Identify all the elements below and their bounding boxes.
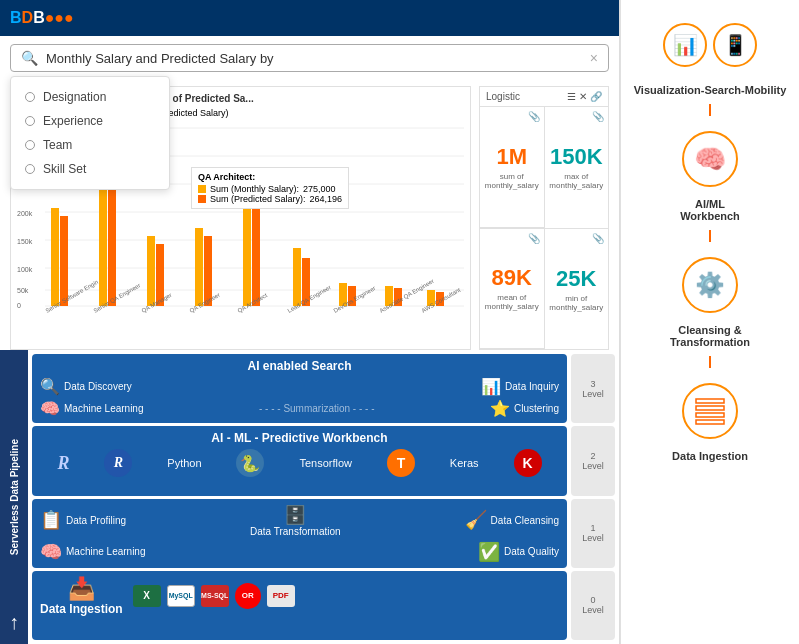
pin-icon-2: 📎 xyxy=(592,111,604,122)
viz-icon-left: 📊 xyxy=(663,23,707,67)
svg-rect-44 xyxy=(696,406,724,410)
viz-icon-right: 📱 xyxy=(713,23,757,67)
dropdown-item-skillset[interactable]: Skill Set xyxy=(11,157,169,181)
tooltip-title: QA Architect: xyxy=(198,172,342,182)
connector-3 xyxy=(709,356,711,368)
data-cleansing: 🧹 Data Cleansing xyxy=(465,509,559,531)
level3-row: AI enabled Search 🔍 Data Discovery 📊 Dat… xyxy=(32,354,615,423)
connector-1 xyxy=(709,104,711,116)
stat-value-25K: 25K xyxy=(556,266,596,292)
search-icon: 🔍 xyxy=(21,50,38,66)
level3-num: 3 Level xyxy=(571,354,615,423)
sidebar-label-cleansing: Cleansing &Transformation xyxy=(670,324,750,348)
stats-panel: Logistic ☰ ✕ 🔗 📎 1M sum of monthly_salar… xyxy=(479,86,609,350)
stat-value-89K: 89K xyxy=(492,265,532,291)
level1-ml: 🧠 Machine Learning xyxy=(40,541,146,563)
level3-ml: 🧠 Machine Learning xyxy=(40,399,144,418)
logistic-header: Logistic ☰ ✕ 🔗 xyxy=(480,87,608,107)
dropdown-item-experience[interactable]: Experience xyxy=(11,109,169,133)
svg-rect-16 xyxy=(51,208,59,306)
data-profiling: 📋 Data Profiling xyxy=(40,509,126,531)
sidebar-item-ingestion: Data Ingestion xyxy=(631,376,789,462)
radio-experience xyxy=(25,116,35,126)
tooltip-label-monthly: Sum (Monthly Salary): xyxy=(210,184,299,194)
dropdown-item-team[interactable]: Team xyxy=(11,133,169,157)
search-input[interactable]: Monthly Salary and Predicted Salary by xyxy=(46,51,590,66)
excel-icon: X xyxy=(133,585,161,607)
aiml-icon-area: 🧠 xyxy=(665,124,755,194)
data-quality-label: Data Quality xyxy=(504,546,559,557)
pdf-icon: PDF xyxy=(267,585,295,607)
svg-rect-26 xyxy=(293,248,301,306)
level2-row: AI - ML - Predictive Workbench R R Pytho… xyxy=(32,426,615,495)
chart-tooltip: QA Architect: Sum (Monthly Salary): 275,… xyxy=(191,167,349,209)
mssql-icon: MS-SQL xyxy=(201,585,229,607)
mobile-icon: 📱 xyxy=(723,33,748,57)
tool-R: R xyxy=(57,453,69,474)
tooltip-val-monthly: 275,000 xyxy=(303,184,336,194)
stat-label-150K: max of monthly_salary xyxy=(549,172,605,190)
tooltip-row-monthly: Sum (Monthly Salary): 275,000 xyxy=(198,184,342,194)
pipeline-up-arrow: ↑ xyxy=(9,611,19,634)
sidebar-item-cleansing: ⚙️ Cleansing &Transformation xyxy=(631,250,789,348)
data-profiling-label: Data Profiling xyxy=(66,515,126,526)
svg-rect-20 xyxy=(147,236,155,306)
tooltip-dot-predicted xyxy=(198,195,206,203)
svg-rect-45 xyxy=(696,413,724,417)
svg-text:150k: 150k xyxy=(17,238,33,245)
data-discovery-label: Data Discovery xyxy=(64,381,132,392)
svg-rect-46 xyxy=(696,420,724,424)
stat-value-150K: 150K xyxy=(550,144,603,170)
ml-icon: 🧠 xyxy=(40,399,60,418)
level1-row: 📋 Data Profiling 🗄️ Data Transformation … xyxy=(32,499,615,568)
clustering-icon: ⭐ xyxy=(490,399,510,418)
sidebar-item-visualization: 📊 📱 Visualization-Search-Mobility xyxy=(631,10,789,96)
level0-inner: 📥 Data Ingestion X MySQL MS-SQL xyxy=(40,576,559,616)
mysql-icon: MySQL xyxy=(167,585,195,607)
level0-block: 📥 Data Ingestion X MySQL MS-SQL xyxy=(32,571,567,640)
radio-designation xyxy=(25,92,35,102)
ingestion-icon-area xyxy=(665,376,755,446)
svg-text:100k: 100k xyxy=(17,266,33,273)
data-profiling-icon: 📋 xyxy=(40,509,62,531)
level0-row: 📥 Data Ingestion X MySQL MS-SQL xyxy=(32,571,615,640)
level2-num: 2 Level xyxy=(571,426,615,495)
aiml-circle: 🧠 xyxy=(682,131,738,187)
stat-card-1M: 📎 1M sum of monthly_salary xyxy=(480,107,545,228)
tool-keras-icon: K xyxy=(514,449,542,477)
level1-num: 1 Level xyxy=(571,499,615,568)
oracle-icon: OR xyxy=(235,583,261,609)
level2-title: AI - ML - Predictive Workbench xyxy=(40,431,559,445)
sidebar-item-aiml: 🧠 AI/MLWorkbench xyxy=(631,124,789,222)
stat-label-25K: min of monthly_salary xyxy=(549,294,605,312)
cleansing-circle: ⚙️ xyxy=(682,257,738,313)
level3-data-discovery: 🔍 Data Discovery xyxy=(40,377,132,396)
ingestion-circle xyxy=(682,383,738,439)
tool-keras: Keras xyxy=(450,457,479,469)
keras-label: Keras xyxy=(450,457,479,469)
cleansing-icon-area: ⚙️ xyxy=(665,250,755,320)
level1-ml-label: Machine Learning xyxy=(66,546,146,557)
svg-rect-43 xyxy=(696,399,724,403)
pin-icon-1: 📎 xyxy=(528,111,540,122)
keras-circle: K xyxy=(514,449,542,477)
header: BDB●●● xyxy=(0,0,619,36)
radio-team xyxy=(25,140,35,150)
dropdown-item-designation[interactable]: Designation xyxy=(11,85,169,109)
tool-tf-icon: T xyxy=(387,449,415,477)
pipeline-content: AI enabled Search 🔍 Data Discovery 📊 Dat… xyxy=(28,350,619,644)
search-bar[interactable]: 🔍 Monthly Salary and Predicted Salary by… xyxy=(10,44,609,72)
brain-icon: 🧠 xyxy=(694,144,726,175)
r-circle-icon: R xyxy=(104,449,132,477)
data-ingestion-icon-area: 📥 Data Ingestion xyxy=(40,576,123,616)
data-quality: ✅ Data Quality xyxy=(478,541,559,563)
level0-num: 0 Level xyxy=(571,571,615,640)
dotted-summarization: - - - - Summarization - - - - xyxy=(259,403,375,414)
search-area: 🔍 Monthly Salary and Predicted Salary by… xyxy=(0,36,619,80)
ingestion-svg xyxy=(694,397,726,425)
level1-ml-icon: 🧠 xyxy=(40,541,62,563)
svg-text:AWS Consultant: AWS Consultant xyxy=(421,287,462,313)
ml-label: Machine Learning xyxy=(64,403,144,414)
search-clear-button[interactable]: × xyxy=(590,50,598,66)
python-circle: 🐍 xyxy=(236,449,264,477)
